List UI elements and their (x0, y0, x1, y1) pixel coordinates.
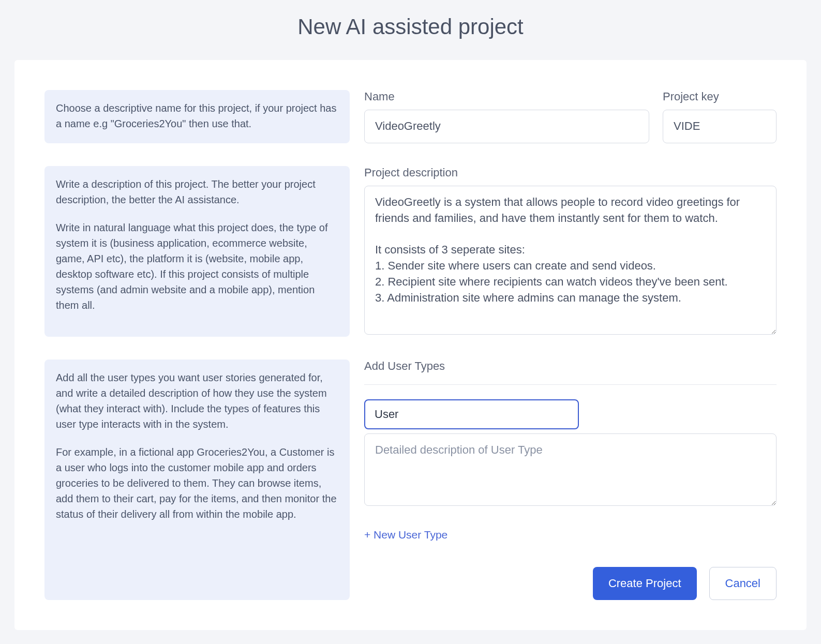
create-project-button[interactable]: Create Project (593, 567, 697, 600)
description-textarea[interactable]: VideoGreetly is a system that allows peo… (364, 186, 777, 335)
usertype-desc-textarea[interactable] (364, 433, 777, 506)
field-key-wrap: Project key (663, 90, 777, 143)
help-usertypes: Add all the user types you want user sto… (44, 360, 350, 600)
help-desc-p1: Write a description of this project. The… (56, 176, 338, 207)
help-ut-p2: For example, in a fictional app Grocerie… (56, 444, 338, 522)
help-name-text: Choose a descriptive name for this proje… (56, 100, 338, 131)
usertypes-field-wrap: Add User Types + New User Type Create Pr… (364, 360, 777, 600)
name-key-fields: Name Project key (364, 90, 777, 143)
form-actions: Create Project Cancel (364, 567, 777, 600)
usertypes-label: Add User Types (364, 360, 777, 373)
divider (364, 384, 777, 385)
row-usertypes: Add all the user types you want user sto… (44, 360, 777, 600)
row-description: Write a description of this project. The… (44, 166, 777, 337)
add-user-type-link[interactable]: + New User Type (364, 529, 447, 541)
page-title: New AI assisted project (0, 0, 821, 60)
help-ut-p1: Add all the user types you want user sto… (56, 370, 338, 432)
name-label: Name (364, 90, 649, 103)
help-desc-p2: Write in natural language what this proj… (56, 220, 338, 313)
desc-label: Project description (364, 166, 777, 179)
row-name: Choose a descriptive name for this proje… (44, 90, 777, 143)
name-input[interactable] (364, 110, 649, 143)
desc-field-wrap: Project description VideoGreetly is a sy… (364, 166, 777, 337)
help-name: Choose a descriptive name for this proje… (44, 90, 350, 143)
help-description: Write a description of this project. The… (44, 166, 350, 337)
usertype-name-input[interactable] (364, 399, 579, 429)
field-name-wrap: Name (364, 90, 649, 143)
form-card: Choose a descriptive name for this proje… (14, 60, 807, 630)
key-label: Project key (663, 90, 777, 103)
key-input[interactable] (663, 110, 777, 143)
cancel-button[interactable]: Cancel (709, 567, 777, 600)
